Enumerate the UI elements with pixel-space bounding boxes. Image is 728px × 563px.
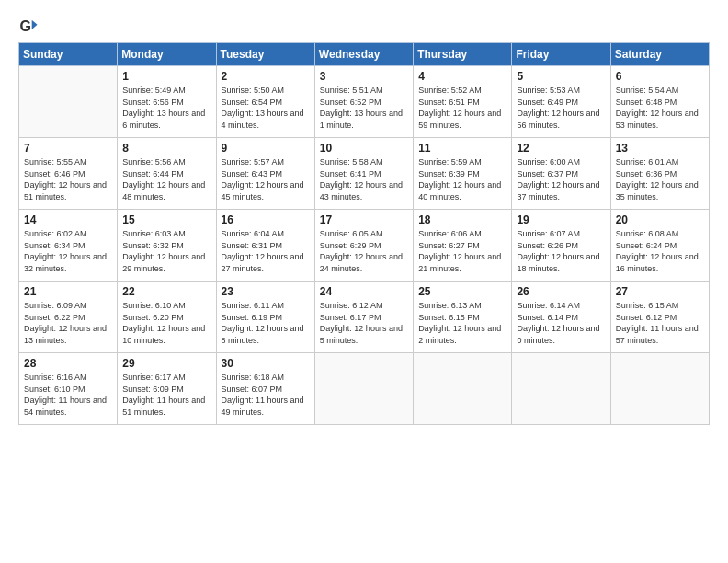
day-info: Sunrise: 6:07 AMSunset: 6:26 PMDaylight:…	[517, 228, 605, 274]
header-row: G	[18, 17, 710, 37]
day-number: 2	[222, 70, 310, 83]
calendar-cell: 15Sunrise: 6:03 AMSunset: 6:32 PMDayligh…	[118, 210, 216, 282]
day-info: Sunrise: 5:58 AMSunset: 6:41 PMDaylight:…	[320, 156, 408, 202]
calendar-cell	[610, 353, 709, 425]
calendar-cell: 10Sunrise: 5:58 AMSunset: 6:41 PMDayligh…	[314, 138, 413, 210]
day-info: Sunrise: 6:13 AMSunset: 6:15 PMDaylight:…	[418, 300, 506, 346]
day-info: Sunrise: 6:17 AMSunset: 6:09 PMDaylight:…	[122, 372, 210, 418]
logo-icon: G	[18, 17, 39, 37]
calendar-cell: 30Sunrise: 6:18 AMSunset: 6:07 PMDayligh…	[216, 353, 314, 425]
calendar-cell: 28Sunrise: 6:16 AMSunset: 6:10 PMDayligh…	[19, 353, 118, 425]
calendar-cell: 12Sunrise: 6:00 AMSunset: 6:37 PMDayligh…	[512, 138, 610, 210]
calendar-cell: 17Sunrise: 6:05 AMSunset: 6:29 PMDayligh…	[314, 210, 413, 282]
day-info: Sunrise: 6:11 AMSunset: 6:19 PMDaylight:…	[222, 300, 310, 346]
svg-marker-1	[32, 20, 38, 29]
day-info: Sunrise: 6:04 AMSunset: 6:31 PMDaylight:…	[222, 228, 310, 274]
day-info: Sunrise: 5:52 AMSunset: 6:51 PMDaylight:…	[418, 85, 506, 131]
calendar-cell: 13Sunrise: 6:01 AMSunset: 6:36 PMDayligh…	[610, 138, 709, 210]
calendar-cell: 23Sunrise: 6:11 AMSunset: 6:19 PMDayligh…	[216, 282, 314, 353]
calendar-cell: 6Sunrise: 5:54 AMSunset: 6:48 PMDaylight…	[610, 66, 709, 138]
day-info: Sunrise: 5:54 AMSunset: 6:48 PMDaylight:…	[616, 85, 704, 131]
day-number: 24	[320, 285, 408, 298]
calendar-day-header: Friday	[512, 43, 610, 66]
calendar-cell: 21Sunrise: 6:09 AMSunset: 6:22 PMDayligh…	[19, 282, 118, 353]
day-info: Sunrise: 6:00 AMSunset: 6:37 PMDaylight:…	[517, 156, 605, 202]
day-number: 5	[517, 70, 605, 83]
day-info: Sunrise: 5:55 AMSunset: 6:46 PMDaylight:…	[24, 156, 112, 202]
calendar-cell: 8Sunrise: 5:56 AMSunset: 6:44 PMDaylight…	[118, 138, 216, 210]
day-number: 30	[222, 357, 310, 370]
calendar-cell: 11Sunrise: 5:59 AMSunset: 6:39 PMDayligh…	[414, 138, 512, 210]
day-info: Sunrise: 6:03 AMSunset: 6:32 PMDaylight:…	[122, 228, 210, 274]
calendar-cell: 27Sunrise: 6:15 AMSunset: 6:12 PMDayligh…	[610, 282, 709, 353]
day-info: Sunrise: 6:01 AMSunset: 6:36 PMDaylight:…	[616, 156, 704, 202]
day-number: 21	[24, 285, 112, 298]
day-number: 22	[122, 285, 210, 298]
day-number: 25	[418, 285, 506, 298]
calendar-week-row: 1Sunrise: 5:49 AMSunset: 6:56 PMDaylight…	[19, 66, 710, 138]
day-number: 17	[320, 213, 408, 226]
day-info: Sunrise: 6:09 AMSunset: 6:22 PMDaylight:…	[24, 300, 112, 346]
day-number: 29	[122, 357, 210, 370]
day-number: 10	[320, 142, 408, 155]
day-number: 26	[517, 285, 605, 298]
day-number: 28	[24, 357, 112, 370]
calendar-cell: 5Sunrise: 5:53 AMSunset: 6:49 PMDaylight…	[512, 66, 610, 138]
day-info: Sunrise: 6:06 AMSunset: 6:27 PMDaylight:…	[418, 228, 506, 274]
day-number: 1	[122, 70, 210, 83]
calendar-week-row: 14Sunrise: 6:02 AMSunset: 6:34 PMDayligh…	[19, 210, 710, 282]
day-info: Sunrise: 6:14 AMSunset: 6:14 PMDaylight:…	[517, 300, 605, 346]
day-number: 8	[122, 142, 210, 155]
day-number: 18	[418, 213, 506, 226]
calendar-cell: 3Sunrise: 5:51 AMSunset: 6:52 PMDaylight…	[314, 66, 413, 138]
calendar-week-row: 21Sunrise: 6:09 AMSunset: 6:22 PMDayligh…	[19, 282, 710, 353]
day-info: Sunrise: 5:50 AMSunset: 6:54 PMDaylight:…	[222, 85, 310, 131]
calendar-cell: 19Sunrise: 6:07 AMSunset: 6:26 PMDayligh…	[512, 210, 610, 282]
day-info: Sunrise: 6:16 AMSunset: 6:10 PMDaylight:…	[24, 372, 112, 418]
calendar-week-row: 7Sunrise: 5:55 AMSunset: 6:46 PMDaylight…	[19, 138, 710, 210]
day-info: Sunrise: 6:12 AMSunset: 6:17 PMDaylight:…	[320, 300, 408, 346]
calendar-cell: 16Sunrise: 6:04 AMSunset: 6:31 PMDayligh…	[216, 210, 314, 282]
day-info: Sunrise: 5:56 AMSunset: 6:44 PMDaylight:…	[122, 156, 210, 202]
day-info: Sunrise: 6:15 AMSunset: 6:12 PMDaylight:…	[616, 300, 704, 346]
day-number: 19	[517, 213, 605, 226]
calendar-cell: 24Sunrise: 6:12 AMSunset: 6:17 PMDayligh…	[314, 282, 413, 353]
calendar-cell: 4Sunrise: 5:52 AMSunset: 6:51 PMDaylight…	[414, 66, 512, 138]
svg-text:G: G	[19, 17, 31, 34]
calendar-day-header: Saturday	[610, 43, 709, 66]
day-number: 3	[320, 70, 408, 83]
day-number: 14	[24, 213, 112, 226]
calendar-body: 1Sunrise: 5:49 AMSunset: 6:56 PMDaylight…	[19, 66, 710, 425]
calendar-cell: 1Sunrise: 5:49 AMSunset: 6:56 PMDaylight…	[118, 66, 216, 138]
day-number: 20	[616, 213, 704, 226]
calendar-cell: 22Sunrise: 6:10 AMSunset: 6:20 PMDayligh…	[118, 282, 216, 353]
calendar-header-row: SundayMondayTuesdayWednesdayThursdayFrid…	[19, 43, 710, 66]
calendar-cell: 2Sunrise: 5:50 AMSunset: 6:54 PMDaylight…	[216, 66, 314, 138]
day-number: 7	[24, 142, 112, 155]
calendar-table: SundayMondayTuesdayWednesdayThursdayFrid…	[18, 42, 710, 425]
page: G SundayMondayTuesdayWednesdayThursdayFr…	[0, 0, 728, 563]
day-info: Sunrise: 5:57 AMSunset: 6:43 PMDaylight:…	[222, 156, 310, 202]
calendar-week-row: 28Sunrise: 6:16 AMSunset: 6:10 PMDayligh…	[19, 353, 710, 425]
calendar-cell: 14Sunrise: 6:02 AMSunset: 6:34 PMDayligh…	[19, 210, 118, 282]
calendar-cell: 7Sunrise: 5:55 AMSunset: 6:46 PMDaylight…	[19, 138, 118, 210]
day-info: Sunrise: 6:10 AMSunset: 6:20 PMDaylight:…	[122, 300, 210, 346]
day-number: 13	[616, 142, 704, 155]
day-info: Sunrise: 5:53 AMSunset: 6:49 PMDaylight:…	[517, 85, 605, 131]
day-number: 11	[418, 142, 506, 155]
day-number: 9	[222, 142, 310, 155]
calendar-cell: 25Sunrise: 6:13 AMSunset: 6:15 PMDayligh…	[414, 282, 512, 353]
day-number: 27	[616, 285, 704, 298]
day-info: Sunrise: 6:02 AMSunset: 6:34 PMDaylight:…	[24, 228, 112, 274]
day-info: Sunrise: 6:05 AMSunset: 6:29 PMDaylight:…	[320, 228, 408, 274]
day-number: 23	[222, 285, 310, 298]
calendar-cell: 9Sunrise: 5:57 AMSunset: 6:43 PMDaylight…	[216, 138, 314, 210]
calendar-cell: 18Sunrise: 6:06 AMSunset: 6:27 PMDayligh…	[414, 210, 512, 282]
calendar-cell: 20Sunrise: 6:08 AMSunset: 6:24 PMDayligh…	[610, 210, 709, 282]
day-info: Sunrise: 5:59 AMSunset: 6:39 PMDaylight:…	[418, 156, 506, 202]
day-info: Sunrise: 6:08 AMSunset: 6:24 PMDaylight:…	[616, 228, 704, 274]
day-number: 6	[616, 70, 704, 83]
day-number: 15	[122, 213, 210, 226]
calendar-cell	[512, 353, 610, 425]
day-info: Sunrise: 5:49 AMSunset: 6:56 PMDaylight:…	[122, 85, 210, 131]
